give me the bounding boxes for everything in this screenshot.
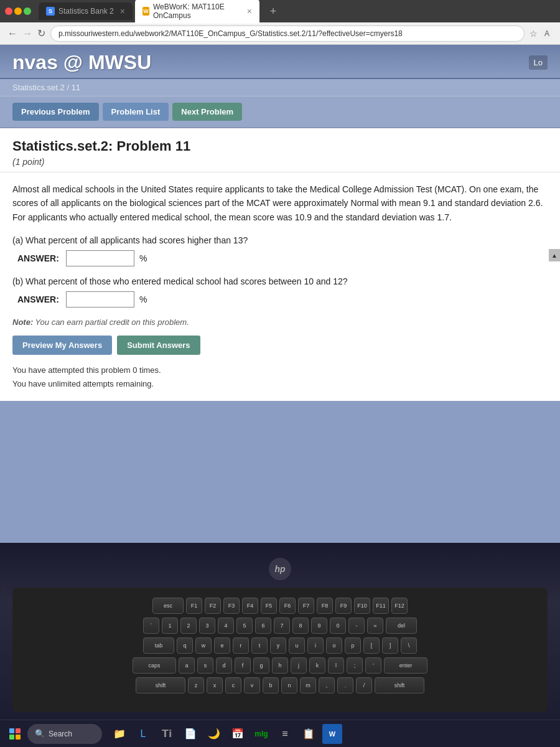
key-enter[interactable]: enter (384, 657, 427, 674)
window-minimize-btn[interactable] (14, 7, 22, 15)
key-q[interactable]: q (177, 637, 193, 654)
key-slash[interactable]: / (356, 677, 372, 693)
key-7[interactable]: 7 (274, 618, 290, 634)
window-maximize-btn[interactable] (24, 7, 31, 15)
taskbar-calendar-icon[interactable]: 📅 (228, 724, 248, 744)
key-9[interactable]: 9 (311, 618, 327, 634)
answer-b-input[interactable] (66, 291, 134, 308)
key-2[interactable]: 2 (180, 618, 197, 634)
key-i[interactable]: i (307, 637, 324, 654)
key-e[interactable]: e (214, 637, 230, 654)
key-semicolon[interactable]: ; (347, 657, 363, 674)
key-s[interactable]: s (197, 657, 213, 674)
key-quote[interactable]: ' (365, 657, 381, 674)
key-z[interactable]: z (188, 677, 204, 693)
key-r[interactable]: r (233, 637, 249, 654)
tab-inactive-statistics[interactable]: S Statistics Bank 2 × (39, 2, 133, 20)
back-button[interactable]: ← (7, 28, 17, 39)
preview-answers-button[interactable]: Preview My Answers (12, 336, 112, 355)
key-4[interactable]: 4 (218, 618, 234, 634)
key-k[interactable]: k (309, 657, 325, 674)
key-t[interactable]: t (251, 637, 268, 654)
key-f3[interactable]: F3 (223, 598, 240, 614)
taskbar-notepad-icon[interactable]: ≡ (275, 724, 295, 744)
new-tab-button[interactable]: + (264, 2, 282, 20)
key-f2[interactable]: F2 (205, 598, 221, 614)
taskbar-search-box[interactable]: 🔍 Search (27, 724, 102, 744)
key-6[interactable]: 6 (255, 618, 271, 634)
taskbar-excel-icon[interactable]: mlg (251, 724, 271, 744)
key-l[interactable]: l (328, 657, 344, 674)
bookmark-icon[interactable]: ☆ (530, 29, 538, 39)
taskbar-word-icon[interactable]: W (322, 724, 342, 744)
taskbar-docs-icon[interactable]: 📄 (180, 724, 200, 744)
key-period[interactable]: . (337, 677, 353, 693)
key-g[interactable]: g (253, 657, 269, 674)
key-caps[interactable]: caps (133, 657, 176, 674)
key-j[interactable]: j (291, 657, 307, 674)
key-f7[interactable]: F7 (298, 598, 314, 614)
key-minus[interactable]: - (348, 618, 365, 634)
key-p[interactable]: p (345, 637, 361, 654)
next-problem-button[interactable]: Next Problem (172, 103, 242, 121)
key-1[interactable]: 1 (162, 618, 178, 634)
key-c[interactable]: c (225, 677, 241, 693)
taskbar-files-icon[interactable]: 📁 (110, 724, 129, 744)
key-backslash[interactable]: \ (401, 637, 417, 654)
answer-a-input[interactable] (66, 250, 134, 266)
start-button[interactable] (5, 724, 25, 744)
key-m[interactable]: m (300, 677, 316, 693)
submit-answers-button[interactable]: Submit Answers (117, 336, 200, 355)
key-f[interactable]: f (235, 657, 251, 674)
key-8[interactable]: 8 (292, 618, 309, 634)
previous-problem-button[interactable]: Previous Problem (12, 103, 99, 121)
key-lbracket[interactable]: [ (363, 637, 380, 654)
key-f11[interactable]: F11 (373, 598, 389, 614)
key-delete[interactable]: del (386, 618, 417, 634)
taskbar-edge-icon[interactable]: 🌙 (204, 724, 224, 744)
key-shift-right[interactable]: shift (375, 677, 424, 693)
key-shift-left[interactable]: shift (136, 677, 185, 693)
key-b[interactable]: b (263, 677, 279, 693)
taskbar-teams-icon[interactable]: 𝗧𝗶 (157, 724, 177, 744)
key-f5[interactable]: F5 (261, 598, 277, 614)
tab-close-active[interactable]: × (247, 6, 252, 16)
logout-link[interactable]: Lo (529, 55, 548, 70)
tab-close-inactive[interactable]: × (120, 6, 125, 16)
key-h[interactable]: h (272, 657, 288, 674)
taskbar-pdf-icon[interactable]: 📋 (299, 724, 319, 744)
key-o[interactable]: o (326, 637, 342, 654)
key-rbracket[interactable]: ] (382, 637, 398, 654)
address-input[interactable] (50, 26, 525, 42)
refresh-button[interactable]: ↻ (37, 27, 45, 39)
key-w[interactable]: w (195, 637, 212, 654)
key-tab[interactable]: tab (143, 637, 174, 654)
key-f8[interactable]: F8 (317, 598, 333, 614)
forward-button[interactable]: → (22, 28, 32, 39)
problem-list-button[interactable]: Problem List (103, 103, 169, 121)
tab-active-webwork[interactable]: W WeBWorK: MAT110E OnCampus × (135, 0, 259, 24)
scroll-up-button[interactable]: ▲ (549, 249, 560, 261)
key-0[interactable]: 0 (330, 618, 346, 634)
key-f9[interactable]: F9 (335, 598, 352, 614)
key-5[interactable]: 5 (236, 618, 253, 634)
key-d[interactable]: d (216, 657, 232, 674)
key-v[interactable]: v (244, 677, 260, 693)
key-esc[interactable]: esc (152, 598, 184, 614)
key-f1[interactable]: F1 (186, 598, 202, 614)
key-backtick[interactable]: ` (143, 618, 159, 634)
key-f4[interactable]: F4 (242, 598, 258, 614)
key-x[interactable]: x (207, 677, 223, 693)
key-f12[interactable]: F12 (391, 598, 408, 614)
key-n[interactable]: n (281, 677, 297, 693)
key-comma[interactable]: , (319, 677, 335, 693)
key-f6[interactable]: F6 (279, 598, 296, 614)
key-equals[interactable]: = (367, 618, 383, 634)
key-3[interactable]: 3 (199, 618, 215, 634)
key-y[interactable]: y (270, 637, 286, 654)
key-f10[interactable]: F10 (354, 598, 370, 614)
taskbar-browser-icon[interactable]: L (133, 724, 153, 744)
window-close-btn[interactable] (5, 7, 12, 15)
key-a[interactable]: a (179, 657, 195, 674)
reader-mode-icon[interactable]: A (541, 28, 553, 39)
